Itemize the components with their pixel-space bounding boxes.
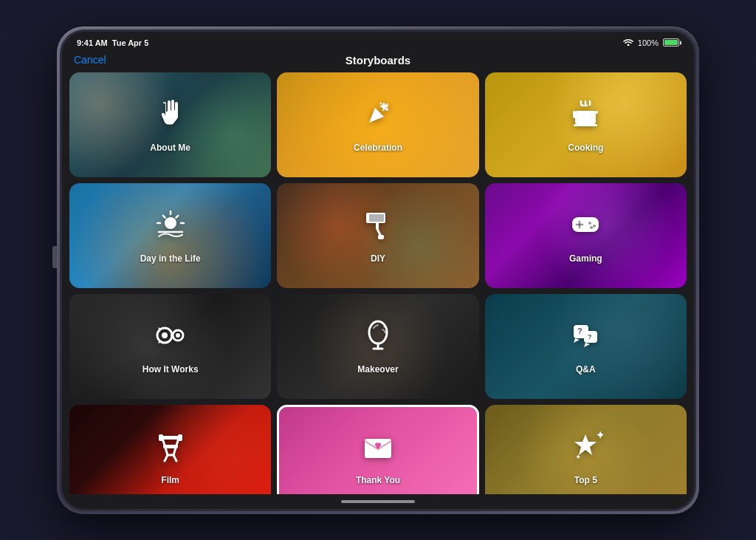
battery-percent: 100% (638, 38, 659, 47)
nav-title: Storyboards (346, 54, 410, 66)
party-icon (360, 96, 396, 137)
grid-item-content: About Me (150, 96, 190, 153)
screen: 9:41 AM Tue Apr 5 100% Ca (62, 32, 694, 509)
qa-label: Q&A (576, 364, 596, 375)
grid-item-content: Film (153, 428, 188, 485)
film-label: Film (161, 475, 179, 485)
svg-point-29 (590, 226, 593, 229)
wifi-icon (623, 38, 633, 47)
svg-point-31 (162, 332, 168, 338)
grid-item-content: Celebration (354, 96, 402, 153)
svg-rect-5 (573, 111, 576, 118)
svg-text:?: ? (588, 333, 592, 341)
grid-item-day-in-life[interactable]: Day in the Life (69, 183, 271, 288)
grid-item-thank-you[interactable]: Thank You (277, 405, 478, 494)
grid-item-content: Thank You (356, 428, 400, 485)
grid-item-how-it-works[interactable]: How It Works (69, 294, 271, 399)
svg-rect-23 (378, 235, 384, 239)
svg-rect-4 (575, 111, 596, 124)
sun-horizon-icon (153, 207, 188, 247)
grid-item-gaming[interactable]: Gaming (485, 183, 687, 288)
thank-you-label: Thank You (356, 475, 400, 485)
mirror-icon (360, 318, 396, 358)
svg-marker-52 (574, 434, 597, 455)
grid-item-content: Gaming (568, 207, 603, 264)
how-it-works-label: How It Works (142, 364, 199, 375)
nav-bar: Cancel Storyboards (62, 52, 694, 72)
svg-line-16 (162, 216, 165, 218)
grid-item-cooking[interactable]: Cooking (485, 72, 687, 177)
ipad-device: 9:41 AM Tue Apr 5 100% Ca (57, 27, 699, 514)
cooking-label: Cooking (568, 143, 603, 153)
wave-icon (153, 96, 188, 137)
grid-item-content: ? ? Q&A (568, 318, 603, 375)
svg-point-28 (593, 225, 596, 228)
svg-line-45 (165, 455, 168, 461)
svg-rect-49 (159, 434, 163, 441)
top5-label: Top 5 (574, 475, 597, 485)
battery-icon (663, 38, 679, 47)
svg-point-11 (165, 217, 176, 229)
svg-text:✦: ✦ (596, 429, 603, 441)
grid-container: About Me (62, 72, 694, 494)
star-plus-icon: ✦ ✦ (568, 428, 603, 469)
grid-item-makeover[interactable]: Makeover (277, 294, 478, 399)
ipad-inner: 9:41 AM Tue Apr 5 100% Ca (60, 30, 696, 511)
home-indicator (62, 494, 694, 509)
side-button[interactable] (52, 246, 57, 268)
gear-connect-icon (153, 318, 188, 358)
status-time: 9:41 AM (77, 38, 108, 47)
grid-item-about-me[interactable]: About Me (69, 72, 271, 177)
grid-item-content: Makeover (357, 318, 398, 375)
battery-fill (664, 40, 678, 45)
svg-text:✦: ✦ (575, 453, 581, 461)
director-chair-icon (153, 428, 188, 469)
svg-rect-21 (366, 213, 369, 223)
svg-point-1 (379, 103, 382, 105)
grid-item-diy[interactable]: DIY (277, 183, 478, 288)
grid-item-content: DIY (360, 207, 396, 264)
grid-item-celebration[interactable]: Celebration (277, 72, 478, 177)
grid-item-content: How It Works (142, 318, 199, 375)
svg-line-15 (176, 216, 178, 218)
svg-point-27 (588, 222, 591, 225)
status-bar: 9:41 AM Tue Apr 5 100% (62, 32, 694, 52)
day-in-life-label: Day in the Life (140, 253, 201, 264)
svg-rect-47 (160, 436, 181, 440)
cancel-button[interactable]: Cancel (74, 54, 106, 66)
grid-item-content: ✦ ✦ Top 5 (568, 428, 603, 485)
svg-point-33 (176, 333, 180, 338)
diy-label: DIY (371, 253, 385, 264)
celebration-label: Celebration (354, 143, 402, 153)
grid-item-content: Cooking (568, 96, 603, 153)
envelope-heart-icon (360, 428, 396, 469)
svg-rect-6 (595, 111, 598, 114)
svg-text:?: ? (577, 327, 583, 335)
grid-item-film[interactable]: Film (69, 405, 271, 494)
svg-rect-50 (178, 434, 182, 441)
paint-roller-icon (360, 207, 396, 247)
about-me-label: About Me (150, 143, 190, 153)
makeover-label: Makeover (357, 364, 398, 375)
mic-bubble-icon: ? ? (568, 318, 603, 358)
svg-rect-48 (163, 445, 178, 448)
grid-item-top5[interactable]: ✦ ✦ Top 5 (485, 405, 687, 494)
storyboard-grid: About Me (69, 72, 687, 494)
svg-point-0 (385, 108, 388, 111)
grid-item-qa[interactable]: ? ? Q&A (485, 294, 687, 399)
svg-line-46 (173, 455, 176, 461)
grid-item-content: Day in the Life (140, 207, 201, 264)
svg-rect-7 (574, 124, 597, 126)
status-right: 100% (623, 38, 679, 47)
status-date: Tue Apr 5 (112, 38, 149, 47)
svg-rect-19 (369, 214, 384, 222)
gaming-label: Gaming (569, 253, 602, 264)
home-bar (341, 500, 415, 503)
gamepad-icon (568, 207, 603, 247)
pot-icon (568, 96, 603, 137)
